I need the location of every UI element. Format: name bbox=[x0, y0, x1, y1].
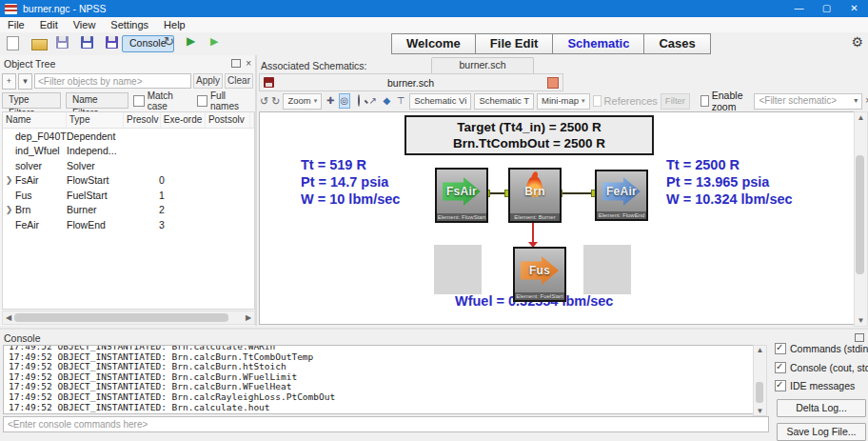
close-panel-icon[interactable]: × bbox=[246, 60, 251, 68]
tab-cases[interactable]: Cases bbox=[643, 33, 710, 54]
link-tool-icon[interactable]: ↗ bbox=[367, 93, 379, 109]
schematic-file-tab[interactable]: burner.sch bbox=[431, 57, 533, 73]
float-panel-icon[interactable] bbox=[855, 333, 864, 342]
enable-zoom-checkbox[interactable] bbox=[700, 95, 709, 107]
schematic-view-dropdown[interactable]: Schematic Vi bbox=[409, 93, 471, 110]
menu-settings[interactable]: Settings bbox=[103, 19, 156, 30]
expander-icon[interactable]: ❯ bbox=[3, 205, 15, 214]
title-bar: burner.ngc - NPSS — ▢ ✕ bbox=[0, 0, 868, 17]
scroll-thumb[interactable] bbox=[856, 155, 864, 274]
ide-messages-checkbox[interactable] bbox=[775, 380, 786, 391]
menu-edit[interactable]: Edit bbox=[32, 19, 66, 30]
main-tab-bar: Welcome File Edit Schematic Cases bbox=[392, 33, 711, 54]
zoom-tool-icon[interactable] bbox=[353, 93, 365, 109]
refresh-icon[interactable]: ↻ bbox=[164, 34, 174, 49]
redo-icon[interactable]: ↻ bbox=[271, 95, 280, 108]
full-names-checkbox[interactable] bbox=[197, 95, 207, 107]
menu-view[interactable]: View bbox=[66, 19, 104, 30]
col-name[interactable]: Name bbox=[3, 112, 67, 128]
filter-dropdown-button[interactable]: ▾ bbox=[18, 73, 32, 90]
window-title: burner.ngc - NPSS bbox=[23, 3, 107, 14]
console-command-input[interactable] bbox=[3, 416, 769, 432]
col-type[interactable]: Type bbox=[67, 112, 124, 128]
schematic-type-dropdown[interactable]: Schematic T bbox=[474, 93, 534, 110]
node-feair[interactable]: FeAir Element: FlowEnd bbox=[595, 170, 648, 221]
table-row[interactable]: ind_Wfuel Independ... bbox=[3, 144, 254, 159]
node-fus[interactable]: Fus Element: FuelStart bbox=[513, 247, 566, 302]
save-schematic-icon[interactable] bbox=[264, 77, 274, 88]
table-row[interactable]: solver Solver bbox=[3, 158, 254, 173]
maximize-button[interactable]: ▢ bbox=[813, 0, 840, 17]
references-label: References bbox=[604, 95, 658, 107]
scroll-right-icon[interactable]: ▶ bbox=[243, 313, 254, 322]
new-file-icon[interactable] bbox=[7, 36, 22, 50]
object-tree-panel: Object Tree × + ▾ Apply Clear Type Filte… bbox=[0, 55, 257, 326]
object-tree-hscrollbar[interactable]: ◀ ▶ bbox=[2, 311, 255, 325]
name-filters-button[interactable]: Name Filters bbox=[66, 92, 129, 109]
table-row[interactable]: ❯ Brn Burner 2 bbox=[3, 203, 254, 218]
delta-log-button[interactable]: Delta Log... bbox=[777, 399, 866, 417]
schematic-doc-titlebar: burner.sch bbox=[259, 73, 563, 91]
match-case-label: Match case bbox=[148, 90, 192, 111]
scroll-left-icon[interactable]: ◀ bbox=[3, 313, 14, 322]
type-filters-button[interactable]: Type Filters bbox=[2, 92, 61, 109]
close-button[interactable]: ✕ bbox=[840, 0, 868, 17]
scroll-up-icon[interactable]: ▲ bbox=[754, 346, 766, 354]
schematic-filter-combo[interactable]: <Filter schematic>▾ bbox=[754, 93, 862, 110]
commands-stdin-label: Commands (stdin) bbox=[790, 343, 868, 354]
object-filter-input[interactable] bbox=[34, 73, 191, 89]
open-folder-icon[interactable] bbox=[31, 36, 47, 50]
table-row[interactable]: dep_F040Tt Dependent bbox=[3, 129, 254, 144]
match-case-checkbox[interactable] bbox=[133, 95, 144, 107]
console-log[interactable]: 17:49:52 OBJECT_INSTANTIATED: Brn.calcul… bbox=[3, 345, 755, 414]
col-postsolv[interactable]: Postsolv bbox=[206, 112, 250, 128]
node-brn[interactable]: Brn Element: Burner bbox=[508, 168, 562, 223]
references-checkbox bbox=[593, 95, 602, 107]
clear-filter-button[interactable]: Clear bbox=[225, 73, 253, 89]
table-row[interactable]: FeAir FlowEnd 3 bbox=[3, 217, 254, 232]
commands-stdin-checkbox[interactable] bbox=[775, 343, 786, 354]
save-all-icon[interactable] bbox=[106, 36, 121, 50]
menu-file[interactable]: File bbox=[0, 19, 32, 30]
save-icon[interactable] bbox=[56, 36, 71, 50]
menu-help[interactable]: Help bbox=[156, 19, 193, 30]
tab-welcome[interactable]: Welcome bbox=[391, 33, 476, 54]
object-tree-title: Object Tree bbox=[4, 58, 55, 70]
float-panel-icon[interactable] bbox=[231, 59, 241, 68]
save-as-icon[interactable] bbox=[81, 36, 96, 50]
fill-tool-icon[interactable]: ◆ bbox=[382, 93, 393, 109]
col-presolv[interactable]: Presolv bbox=[124, 112, 161, 128]
tab-file-edit[interactable]: File Edit bbox=[475, 33, 554, 54]
console-cout-checkbox[interactable] bbox=[775, 362, 786, 373]
scroll-thumb[interactable] bbox=[14, 313, 228, 322]
select-tool-icon[interactable]: ◎ bbox=[339, 93, 350, 109]
run-icon[interactable]: ▶ bbox=[187, 34, 195, 48]
minimize-button[interactable]: — bbox=[785, 0, 813, 17]
undo-icon[interactable]: ↺ bbox=[260, 95, 268, 108]
save-log-file-button[interactable]: Save Log File... bbox=[777, 423, 866, 441]
run-step-icon[interactable]: ▶ bbox=[210, 35, 218, 48]
zoom-dropdown[interactable]: Zoom▾ bbox=[283, 93, 322, 110]
table-row[interactable]: Fus FuelStart 1 bbox=[3, 188, 254, 203]
scroll-down-icon[interactable]: ▼ bbox=[754, 407, 766, 415]
add-filter-button[interactable]: + bbox=[2, 73, 16, 90]
tab-schematic[interactable]: Schematic bbox=[552, 33, 644, 54]
apply-filter-button[interactable]: Apply bbox=[193, 73, 223, 89]
table-row[interactable]: ❯ FsAir FlowStart 0 bbox=[3, 173, 254, 189]
scroll-thumb[interactable] bbox=[756, 382, 763, 403]
object-tree-table: Name Type Presolv Exe-orde Postsolv Des … bbox=[2, 111, 255, 310]
scroll-up-icon[interactable]: ▲ bbox=[855, 113, 867, 122]
col-exe-order[interactable]: Exe-orde bbox=[161, 112, 206, 128]
col-des[interactable]: Des bbox=[250, 112, 254, 128]
gear-icon[interactable]: ⚙ bbox=[851, 34, 863, 50]
console-vscrollbar[interactable]: ▲ ▼ bbox=[753, 345, 767, 416]
close-schematic-icon[interactable] bbox=[547, 77, 559, 89]
minimap-dropdown[interactable]: Mini-map▾ bbox=[537, 93, 590, 110]
schematic-vscrollbar[interactable]: ▲ ▼ bbox=[854, 111, 868, 327]
node-fsair[interactable]: FsAir Element: FlowStart bbox=[435, 168, 488, 223]
expander-icon[interactable]: ❯ bbox=[3, 175, 15, 185]
tree-tool-icon[interactable]: ⊤ bbox=[395, 93, 406, 109]
scroll-down-icon[interactable]: ▼ bbox=[855, 316, 867, 325]
schematic-canvas[interactable]: Target (Tt4_in) = 2500 R Brn.TtCombOut =… bbox=[259, 111, 855, 325]
pan-tool-icon[interactable]: ✚ bbox=[325, 93, 336, 109]
